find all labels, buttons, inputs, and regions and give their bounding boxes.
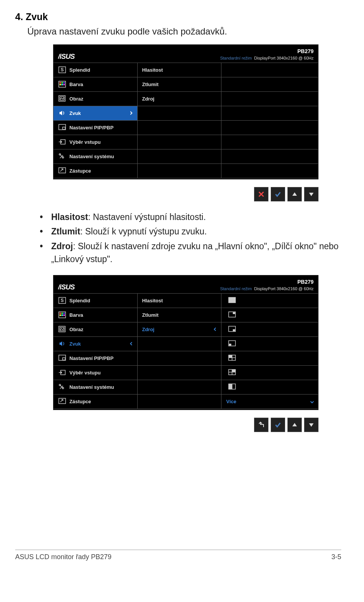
menu-barva[interactable]: Barva	[53, 308, 138, 322]
submenu-zdroj[interactable]: Zdroj	[138, 92, 222, 106]
menu-label: Nastavení systému	[69, 384, 114, 390]
page-footer: ASUS LCD monitor řady PB279 3-5	[15, 550, 341, 561]
window-pip-bl-icon	[228, 340, 237, 347]
svg-rect-9	[63, 84, 65, 85]
input-icon	[58, 138, 66, 145]
svg-rect-4	[60, 82, 61, 83]
svg-rect-13	[63, 127, 65, 129]
window-quad-tl-icon	[228, 355, 237, 362]
color-icon	[58, 311, 66, 318]
svg-rect-27	[63, 314, 65, 316]
blank-row	[221, 121, 318, 135]
section-heading: 4. Zvuk	[15, 11, 341, 22]
menu-zastupce[interactable]: Zástupce	[53, 164, 138, 178]
shortcut-icon	[58, 167, 66, 174]
osd-header: /iSUS PB279 Standardní režim DisplayPort…	[53, 45, 318, 63]
ok-button[interactable]	[271, 418, 285, 432]
menu-zvuk[interactable]: Zvuk	[53, 106, 138, 121]
shortcut-icon	[58, 398, 66, 405]
blank-row	[138, 337, 222, 351]
menu-label: Nastavení PIP/PBP	[69, 125, 113, 130]
blank-row	[221, 164, 318, 178]
svg-rect-23	[61, 313, 63, 314]
menu-label: Zástupce	[69, 399, 91, 404]
down-button[interactable]	[304, 187, 318, 201]
blank-row	[138, 135, 222, 149]
bullet-zdroj: • Zdroj: Slouží k nastavení zdroje zvuku…	[40, 240, 341, 266]
down-button[interactable]	[304, 418, 318, 432]
menu-splendid[interactable]: S Splendid	[53, 294, 138, 308]
blank-row	[221, 106, 318, 121]
source-option-4[interactable]	[221, 337, 318, 351]
color-icon	[58, 81, 66, 88]
submenu-zdroj[interactable]: Zdroj	[138, 322, 222, 337]
osd-header-info: PB279 Standardní režim DisplayPort 3840x…	[220, 48, 314, 61]
svg-rect-26	[61, 314, 63, 316]
chevron-down-icon	[310, 400, 314, 406]
menu-vstup[interactable]: Výběr vstupu	[53, 366, 138, 380]
blank-row	[221, 63, 318, 77]
submenu-ztlumit[interactable]: Ztlumit	[138, 308, 222, 322]
svg-rect-37	[229, 297, 235, 303]
section-subheading: Úprava nastavení zvuku podle vašich poža…	[27, 26, 341, 37]
submenu-hlasitost[interactable]: Hlasitost	[138, 294, 222, 308]
blank-row	[138, 351, 222, 366]
menu-label: Barva	[69, 82, 83, 87]
window-split-left-icon	[228, 384, 237, 390]
menu-obraz[interactable]: Obraz	[53, 322, 138, 337]
osd-screenshot-2: /iSUS PB279 Standardní režim DisplayPort…	[53, 275, 318, 410]
up-button[interactable]	[287, 418, 302, 432]
source-option-1[interactable]	[221, 294, 318, 308]
menu-vstup[interactable]: Výběr vstupu	[53, 135, 138, 149]
bullet-hlasitost: • Hlasitost: Nastavení výstupní hlasitos…	[40, 211, 341, 224]
nav-buttons-1	[53, 187, 318, 201]
source-option-7[interactable]	[221, 380, 318, 395]
speaker-icon	[58, 110, 66, 116]
svg-rect-43	[229, 344, 231, 346]
source-option-3[interactable]	[221, 322, 318, 337]
menu-splendid[interactable]: S Splendid	[53, 63, 138, 77]
source-option-6[interactable]	[221, 366, 318, 380]
menu-label: Zvuk	[69, 341, 81, 347]
source-option-5[interactable]	[221, 351, 318, 366]
footer-right: 3-5	[331, 553, 341, 561]
svg-rect-5	[61, 82, 63, 83]
window-quad-tr-icon	[228, 369, 237, 376]
source-more[interactable]: Více	[221, 395, 318, 409]
ok-button[interactable]	[271, 187, 285, 201]
submenu-ztlumit[interactable]: Ztlumit	[138, 77, 222, 92]
blank-row	[138, 380, 222, 395]
menu-system[interactable]: Nastavení systému	[53, 149, 138, 164]
menu-zvuk[interactable]: Zvuk	[53, 337, 138, 351]
menu-pip[interactable]: Nastavení PIP/PBP	[53, 121, 138, 135]
menu-label: Výběr vstupu	[69, 139, 100, 145]
svg-rect-39	[233, 312, 235, 314]
window-pip-br-icon	[228, 326, 237, 333]
menu-system[interactable]: Nastavení systému	[53, 380, 138, 395]
chevron-left-icon	[213, 327, 217, 333]
nav-buttons-2	[53, 418, 318, 432]
source-option-2[interactable]	[221, 308, 318, 322]
svg-rect-41	[233, 329, 235, 331]
up-button[interactable]	[287, 187, 302, 201]
close-button[interactable]	[254, 187, 268, 201]
menu-label: Výběr vstupu	[69, 370, 100, 376]
osd-header: /iSUS PB279 Standardní režim DisplayPort…	[53, 275, 318, 294]
blank-row	[138, 366, 222, 380]
svg-rect-54	[229, 384, 232, 389]
back-button[interactable]	[254, 418, 268, 432]
menu-zastupce[interactable]: Zástupce	[53, 395, 138, 409]
menu-pip[interactable]: Nastavení PIP/PBP	[53, 351, 138, 366]
svg-rect-7	[60, 84, 61, 85]
menu-barva[interactable]: Barva	[53, 77, 138, 92]
model-label: PB279	[220, 278, 314, 286]
mode-label: Standardní režim	[220, 56, 252, 60]
asus-logo: /iSUS	[58, 52, 96, 61]
menu-obraz[interactable]: Obraz	[53, 92, 138, 106]
menu-label: Zvuk	[69, 110, 81, 116]
blank-row	[221, 149, 318, 164]
submenu-hlasitost[interactable]: Hlasitost	[138, 63, 222, 77]
menu-label: Barva	[69, 312, 83, 318]
osd-col1: S Splendid Barva Obraz Zvuk Nastavení PI…	[53, 63, 138, 178]
image-icon	[58, 326, 66, 333]
